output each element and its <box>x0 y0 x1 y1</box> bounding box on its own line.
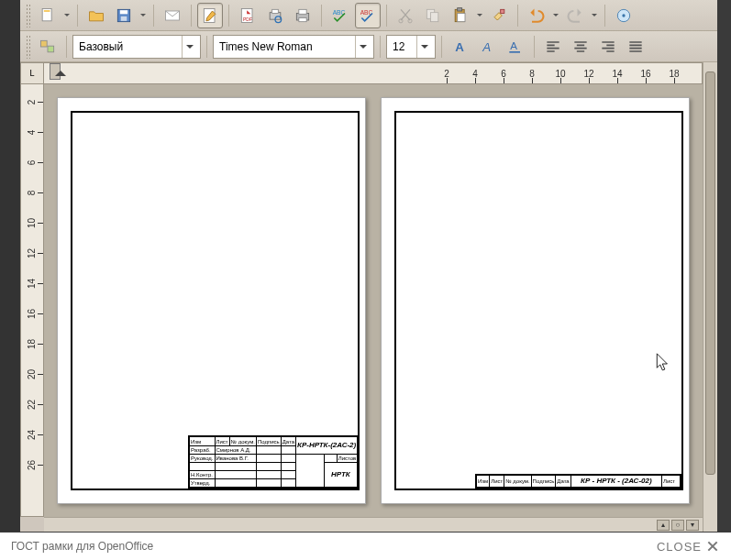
vruler-tick: 20 <box>21 366 43 382</box>
nav-prev-page[interactable]: ▴ <box>657 520 670 531</box>
hruler-tick: 6 <box>495 63 512 83</box>
svg-text:PDF: PDF <box>243 16 252 21</box>
caption-text: ГОСТ рамки для OpenOffice <box>11 540 153 553</box>
close-icon <box>705 539 720 554</box>
undo-dropdown[interactable] <box>551 3 560 28</box>
spellcheck-button[interactable]: ABC <box>327 3 353 28</box>
paste-dropdown[interactable] <box>475 3 484 28</box>
paragraph-style-value: Базовый <box>79 40 123 53</box>
openoffice-window: PDF ABC ABC Базовый Times New Roman 12 A… <box>20 0 717 532</box>
open-button[interactable] <box>83 3 109 28</box>
vruler-tick: 14 <box>21 275 43 291</box>
svg-rect-20 <box>431 12 438 21</box>
bold-button[interactable]: A <box>448 34 473 60</box>
gost-frame: ИзмЛист№ докум.ПодписьДатаКР - НРТК - (2… <box>394 111 683 490</box>
format-paintbrush-button[interactable] <box>486 3 512 28</box>
vruler-tick: 16 <box>21 305 43 322</box>
cut-button[interactable] <box>393 3 418 28</box>
svg-rect-10 <box>272 9 279 13</box>
standard-toolbar: PDF ABC ABC <box>20 0 717 31</box>
align-justify-button[interactable] <box>623 34 648 60</box>
vruler-tick: 8 <box>21 184 43 201</box>
title-block-main: ИзмЛист№ докум.ПодписьДатаКР-НРТК-(2АС-2… <box>188 435 358 489</box>
vruler-tick: 24 <box>21 426 43 443</box>
paragraph-style-combo[interactable]: Базовый <box>72 35 201 59</box>
page-2: ИзмЛист№ докум.ПодписьДатаКР - НРТК - (2… <box>381 97 690 504</box>
new-document-button[interactable] <box>35 3 61 28</box>
nav-browse[interactable]: ○ <box>671 520 684 531</box>
edit-mode-button[interactable] <box>197 3 223 28</box>
svg-rect-13 <box>299 9 306 14</box>
formatting-toolbar: Базовый Times New Roman 12 A A A <box>20 31 717 62</box>
page-1: ИзмЛист№ докум.ПодписьДатаКР-НРТК-(2АС-2… <box>57 97 366 504</box>
svg-text:A: A <box>455 40 464 54</box>
horizontal-scrollbar[interactable]: ▴ ○ ▾ <box>44 517 703 532</box>
svg-rect-14 <box>299 17 306 21</box>
svg-rect-4 <box>121 16 127 20</box>
copy-button[interactable] <box>420 3 446 28</box>
save-dropdown[interactable] <box>138 3 148 28</box>
italic-button[interactable]: A <box>475 34 501 60</box>
navigator-button[interactable] <box>611 3 637 28</box>
redo-dropdown[interactable] <box>590 3 599 28</box>
align-right-button[interactable] <box>595 34 621 60</box>
font-name-value: Times New Roman <box>219 40 313 53</box>
svg-text:A: A <box>510 39 517 51</box>
scroll-thumb[interactable] <box>705 71 715 475</box>
horizontal-ruler[interactable]: 24681012141618 <box>44 62 703 84</box>
toolbar-grip[interactable] <box>26 35 31 59</box>
save-button[interactable] <box>111 3 137 28</box>
print-preview-button[interactable] <box>262 3 288 28</box>
svg-rect-3 <box>120 10 127 14</box>
vruler-tick: 26 <box>21 456 43 473</box>
workspace: L 24681012141618 2468101214161820222426 … <box>20 62 717 532</box>
new-document-dropdown[interactable] <box>62 3 72 28</box>
hruler-tick: 14 <box>609 63 626 83</box>
font-size-combo[interactable]: 12 <box>386 35 436 59</box>
underline-button[interactable]: A <box>503 34 528 60</box>
vertical-scrollbar[interactable] <box>703 62 717 532</box>
svg-text:A: A <box>482 40 491 54</box>
document-area[interactable]: ИзмЛист№ докум.ПодписьДатаКР-НРТК-(2АС-2… <box>44 84 703 517</box>
hruler-tick: 2 <box>438 63 455 83</box>
nav-next-page[interactable]: ▾ <box>686 520 699 531</box>
export-pdf-button[interactable]: PDF <box>235 3 260 28</box>
align-left-button[interactable] <box>540 34 566 60</box>
redo-button[interactable] <box>562 3 588 28</box>
hruler-tick: 4 <box>467 63 483 83</box>
toolbar-grip[interactable] <box>26 4 31 27</box>
gost-frame: ИзмЛист№ докум.ПодписьДатаКР-НРТК-(2АС-2… <box>71 111 360 490</box>
close-label: CLOSE <box>657 540 702 554</box>
styles-window-button[interactable] <box>35 34 61 60</box>
font-name-combo[interactable]: Times New Roman <box>213 35 374 59</box>
caption-bar: ГОСТ рамки для OpenOffice CLOSE <box>0 533 731 560</box>
vruler-tick: 10 <box>21 214 43 231</box>
ruler-corner: L <box>20 62 44 84</box>
svg-rect-27 <box>41 40 48 47</box>
tab-marker[interactable] <box>55 65 66 76</box>
close-button[interactable]: CLOSE <box>657 539 720 554</box>
hruler-tick: 16 <box>637 63 654 83</box>
vruler-tick: 12 <box>21 245 43 261</box>
svg-rect-24 <box>501 9 504 13</box>
mail-button[interactable] <box>160 3 185 28</box>
autospell-button[interactable]: ABC <box>355 3 381 28</box>
svg-rect-1 <box>44 10 50 12</box>
hruler-tick: 18 <box>666 63 682 83</box>
font-size-value: 12 <box>393 40 404 53</box>
print-button[interactable] <box>290 3 316 28</box>
hruler-tick: 10 <box>552 63 569 83</box>
svg-point-26 <box>622 14 625 16</box>
vertical-ruler[interactable]: 2468101214161820222426 <box>20 84 44 517</box>
paste-button[interactable] <box>448 3 473 28</box>
vruler-tick: 22 <box>21 396 43 412</box>
align-center-button[interactable] <box>568 34 593 60</box>
hruler-tick: 12 <box>581 63 597 83</box>
background-strip <box>0 0 20 532</box>
svg-rect-28 <box>48 46 54 52</box>
vruler-tick: 4 <box>21 124 43 140</box>
svg-rect-22 <box>458 7 462 10</box>
svg-rect-23 <box>458 13 465 21</box>
undo-button[interactable] <box>524 3 549 28</box>
title-block-secondary: ИзмЛист№ докум.ПодписьДатаКР - НРТК - (2… <box>475 474 681 489</box>
